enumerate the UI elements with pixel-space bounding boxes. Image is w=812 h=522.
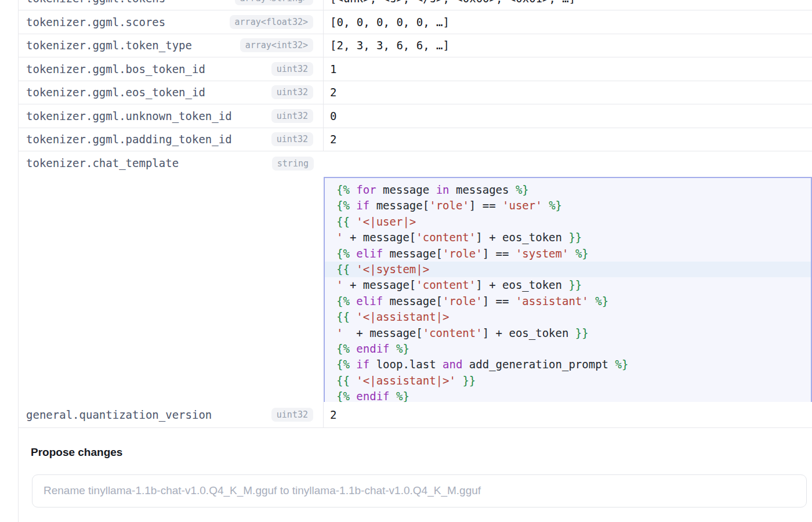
code-line: {% elif message['role'] == 'system' %}	[325, 246, 811, 262]
key-cell: tokenizer.chat_template string	[19, 151, 324, 402]
metadata-value: {% for message in messages %}{% if messa…	[324, 151, 812, 402]
metadata-key: tokenizer.ggml.unknown_token_id	[26, 110, 232, 122]
type-badge: array<float32>	[230, 15, 313, 29]
metadata-value: 2	[324, 133, 812, 146]
metadata-value: 1	[324, 63, 812, 75]
code-line: {{ '<|system|>	[325, 262, 811, 277]
code-line: ' + message['content'] + eos_token }}	[325, 325, 811, 341]
metadata-value: [<unk>, <s>, </s>, <0x00>, <0x01>, …]	[324, 0, 812, 5]
metadata-table: tokenizer.ggml.tokens array<string> [<un…	[19, 0, 812, 428]
code-line: ' + message['content'] + eos_token }}	[325, 277, 811, 293]
metadata-row-quantization-version: general.quantization_version uint32 2	[19, 402, 812, 428]
key-cell: tokenizer.ggml.scores array<float32>	[19, 10, 324, 34]
code-line: {{ '<|user|>	[325, 214, 811, 230]
type-badge: uint32	[271, 132, 313, 146]
metadata-row-padding-token-id: tokenizer.ggml.padding_token_id uint32 2	[19, 128, 812, 152]
code-line: {% elif message['role'] == 'assistant' %…	[325, 293, 811, 309]
key-cell: tokenizer.ggml.unknown_token_id uint32	[19, 104, 324, 128]
metadata-value: 2	[324, 408, 812, 421]
code-line: {% endif %}	[325, 341, 811, 357]
metadata-key: tokenizer.ggml.bos_token_id	[26, 63, 205, 75]
key-cell: tokenizer.ggml.token_type array<int32>	[19, 34, 324, 57]
code-line: {% if message['role'] == 'user' %}	[325, 198, 811, 213]
metadata-value: 2	[324, 86, 812, 99]
metadata-key: general.quantization_version	[26, 408, 212, 421]
code-line: ' + message['content'] + eos_token }}	[325, 230, 811, 245]
key-cell: tokenizer.ggml.bos_token_id uint32	[19, 57, 324, 81]
metadata-value: [2, 3, 3, 6, 6, …]	[324, 39, 812, 52]
metadata-row-bos-token-id: tokenizer.ggml.bos_token_id uint32 1	[19, 57, 812, 81]
key-cell: tokenizer.ggml.tokens array<string>	[19, 0, 324, 10]
type-badge: array<string>	[235, 0, 313, 5]
chat-template-code: {% for message in messages %}{% if messa…	[324, 177, 812, 402]
type-badge: string	[272, 157, 314, 171]
metadata-value: [0, 0, 0, 0, 0, …]	[324, 16, 812, 28]
type-badge: uint32	[271, 62, 313, 76]
metadata-row-tokens: tokenizer.ggml.tokens array<string> [<un…	[19, 0, 812, 10]
metadata-row-token-type: tokenizer.ggml.token_type array<int32> […	[19, 34, 812, 58]
code-line: {% if loop.last and add_generation_promp…	[325, 357, 811, 372]
key-cell: general.quantization_version uint32	[19, 402, 324, 427]
metadata-key: tokenizer.ggml.token_type	[26, 39, 192, 52]
metadata-value: 0	[324, 110, 812, 122]
key-cell: tokenizer.ggml.eos_token_id uint32	[19, 81, 324, 104]
content-panel: tokenizer.ggml.tokens array<string> [<un…	[18, 0, 812, 522]
metadata-key: tokenizer.ggml.padding_token_id	[26, 133, 232, 146]
metadata-row-eos-token-id: tokenizer.ggml.eos_token_id uint32 2	[19, 81, 812, 105]
metadata-row-chat-template: tokenizer.chat_template string {% for me…	[19, 151, 812, 402]
propose-changes-section: Propose changes	[19, 428, 812, 507]
metadata-key: tokenizer.ggml.scores	[26, 16, 165, 28]
gguf-metadata-page: tokenizer.ggml.tokens array<string> [<un…	[0, 0, 812, 522]
metadata-key: tokenizer.ggml.eos_token_id	[26, 86, 205, 99]
code-line: {{ '<|assistant|>' }}	[325, 373, 811, 389]
key-cell: tokenizer.ggml.padding_token_id uint32	[19, 128, 324, 151]
type-badge: uint32	[271, 408, 313, 422]
metadata-row-scores: tokenizer.ggml.scores array<float32> [0,…	[19, 10, 812, 34]
metadata-key: tokenizer.ggml.tokens	[26, 0, 165, 5]
metadata-row-unknown-token-id: tokenizer.ggml.unknown_token_id uint32 0	[19, 104, 812, 128]
rename-file-input[interactable]	[32, 474, 807, 507]
code-line: {% for message in messages %}	[325, 182, 811, 198]
code-line: {{ '<|assistant|>	[325, 309, 811, 325]
metadata-key: tokenizer.chat_template	[26, 157, 179, 169]
type-badge: array<int32>	[240, 38, 313, 52]
type-badge: uint32	[271, 109, 313, 123]
code-line: {% endif %}	[325, 389, 811, 402]
type-badge: uint32	[271, 85, 313, 99]
propose-changes-heading: Propose changes	[31, 446, 812, 459]
